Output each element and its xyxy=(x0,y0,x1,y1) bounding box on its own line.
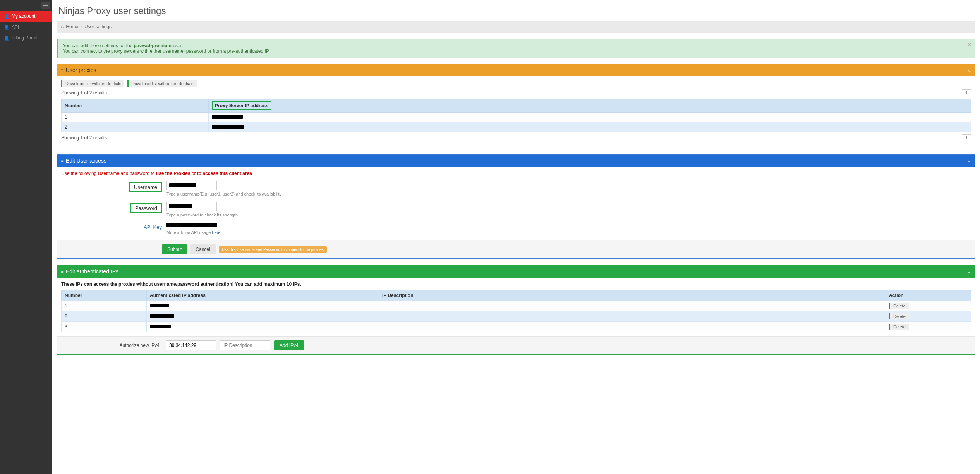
panel-title: User proxies xyxy=(66,67,96,73)
apikey-row: API Key More info on API usage here xyxy=(61,223,971,235)
apikey-value xyxy=(166,223,971,228)
page-title: Ninjas Proxy user settings xyxy=(58,5,975,16)
user-icon: 👤 xyxy=(4,14,9,19)
api-help-link[interactable]: here xyxy=(212,230,220,235)
sidebar-item-api[interactable]: 👤 API xyxy=(0,22,52,33)
col-ip: Proxy Server IP address xyxy=(209,99,971,113)
col-action: Action xyxy=(886,290,971,301)
cell-ip xyxy=(209,113,971,122)
results-summary-bottom: Showing 1 of 2 results. xyxy=(61,135,108,141)
sidebar: 👤 My account 👤 API 👤 Billing Portal xyxy=(0,0,52,474)
panel-header-user-access[interactable]: ≡ Edit User access ⌄ xyxy=(57,155,975,167)
alert-line1: You can edit these settings for the jaww… xyxy=(63,43,970,48)
results-summary-top: Showing 1 of 2 results. xyxy=(61,90,108,96)
sidebar-item-my-account[interactable]: 👤 My account xyxy=(0,11,52,22)
use-proxies-link[interactable]: use the Proxies xyxy=(156,171,191,176)
home-icon: ⌂ xyxy=(61,24,64,29)
password-row: Password Type a password to check its st… xyxy=(61,202,971,217)
delete-button[interactable]: Delete xyxy=(889,313,909,319)
panel-authenticated-ips: ≡ Edit authenticated IPs ⌄ These IPs can… xyxy=(57,265,975,355)
cell-number: 2 xyxy=(62,311,147,322)
breadcrumb: ⌂ Home › User settings xyxy=(57,21,975,33)
table-row: 3 Delete xyxy=(62,322,971,332)
breadcrumb-home[interactable]: Home xyxy=(66,24,78,29)
access-hint: Use this Username and Password to connec… xyxy=(219,246,327,253)
col-number: Number xyxy=(62,290,147,301)
panel-user-access: ≡ Edit User access ⌄ Use the following U… xyxy=(57,154,975,259)
user-icon: 👤 xyxy=(4,36,9,41)
apikey-label: API Key xyxy=(144,224,162,230)
cell-desc xyxy=(379,322,886,332)
sidebar-item-label: My account xyxy=(12,14,35,19)
username-row: Username Type a username(E.g: user1, use… xyxy=(61,181,971,196)
list-icon: ≡ xyxy=(61,68,64,72)
list-icon: ≡ xyxy=(61,159,64,163)
apikey-help: More info on API usage here xyxy=(166,230,971,235)
username-label: Username xyxy=(129,182,162,192)
cell-number: 2 xyxy=(62,122,209,132)
sidebar-item-billing[interactable]: 👤 Billing Portal xyxy=(0,33,52,43)
submit-button[interactable]: Submit xyxy=(162,244,187,254)
download-without-creds-button[interactable]: Download list without credentials xyxy=(127,80,197,87)
password-input[interactable] xyxy=(166,202,217,211)
add-ip-button[interactable]: Add IPv4 xyxy=(274,340,304,350)
cancel-button[interactable]: Cancel xyxy=(190,244,215,254)
page-number[interactable]: 1 xyxy=(962,134,971,141)
page-number[interactable]: 1 xyxy=(962,89,971,96)
cell-number: 3 xyxy=(62,322,147,332)
access-instructions: Use the following Username and password … xyxy=(61,171,971,176)
add-ip-label: Authorize new IPv4 xyxy=(61,343,162,348)
cell-ip xyxy=(147,311,379,322)
new-ip-input[interactable] xyxy=(166,340,216,350)
list-icon: ≡ xyxy=(61,270,64,274)
password-label: Password xyxy=(130,203,162,213)
alert-info: × You can edit these settings for the ja… xyxy=(57,39,975,58)
table-row: 1 Delete xyxy=(62,301,971,311)
username-input[interactable] xyxy=(166,181,217,190)
col-desc: IP Description xyxy=(379,290,886,301)
username-help: Type a username(E.g: user1, user2) and c… xyxy=(166,192,971,196)
main-content: Ninjas Proxy user settings ⌂ Home › User… xyxy=(52,0,980,474)
chevron-down-icon[interactable]: ⌄ xyxy=(967,158,971,163)
panel-title: Edit User access xyxy=(66,158,106,164)
add-ip-row: Authorize new IPv4 Add IPv4 xyxy=(57,336,975,354)
ips-note: These IPs can access the proxies without… xyxy=(61,282,971,287)
alert-line2: You can connect to the proxy servers wit… xyxy=(63,48,970,54)
table-row: 2 Delete xyxy=(62,311,971,322)
cell-ip xyxy=(209,122,971,132)
panel-header-ips[interactable]: ≡ Edit authenticated IPs ⌄ xyxy=(57,265,975,278)
col-ip: Authenticated IP address xyxy=(147,290,379,301)
cell-number: 1 xyxy=(62,301,147,311)
proxies-table: Number Proxy Server IP address 1 2 xyxy=(61,99,971,132)
cell-ip xyxy=(147,301,379,311)
delete-button[interactable]: Delete xyxy=(889,324,909,330)
download-with-creds-button[interactable]: Download list with credentials xyxy=(61,80,124,87)
cell-action: Delete xyxy=(886,301,971,311)
hamburger-icon[interactable] xyxy=(41,2,50,9)
chevron-down-icon[interactable]: ⌄ xyxy=(967,67,971,73)
user-icon: 👤 xyxy=(4,25,9,30)
sidebar-toggle-wrap xyxy=(0,0,52,11)
cell-desc xyxy=(379,301,886,311)
password-help: Type a password to check its strength xyxy=(166,213,971,217)
access-actions: Submit Cancel Use this Username and Pass… xyxy=(57,240,975,258)
new-ip-desc-input[interactable] xyxy=(220,340,270,350)
sidebar-item-label: API xyxy=(12,24,19,30)
access-client-area-link[interactable]: to access this client area xyxy=(197,171,252,176)
col-number: Number xyxy=(62,99,209,113)
cell-desc xyxy=(379,311,886,322)
cell-action: Delete xyxy=(886,322,971,332)
cell-number: 1 xyxy=(62,113,209,122)
panel-header-user-proxies[interactable]: ≡ User proxies ⌄ xyxy=(57,64,975,76)
delete-button[interactable]: Delete xyxy=(889,303,909,309)
chevron-down-icon[interactable]: ⌄ xyxy=(967,269,971,274)
close-icon[interactable]: × xyxy=(968,41,971,48)
chevron-right-icon: › xyxy=(81,24,82,29)
breadcrumb-current: User settings xyxy=(84,24,112,29)
cell-action: Delete xyxy=(886,311,971,322)
cell-ip xyxy=(147,322,379,332)
table-row: 2 xyxy=(62,122,971,132)
sidebar-item-label: Billing Portal xyxy=(12,35,38,41)
panel-user-proxies: ≡ User proxies ⌄ Download list with cred… xyxy=(57,64,975,148)
panel-title: Edit authenticated IPs xyxy=(66,268,118,275)
